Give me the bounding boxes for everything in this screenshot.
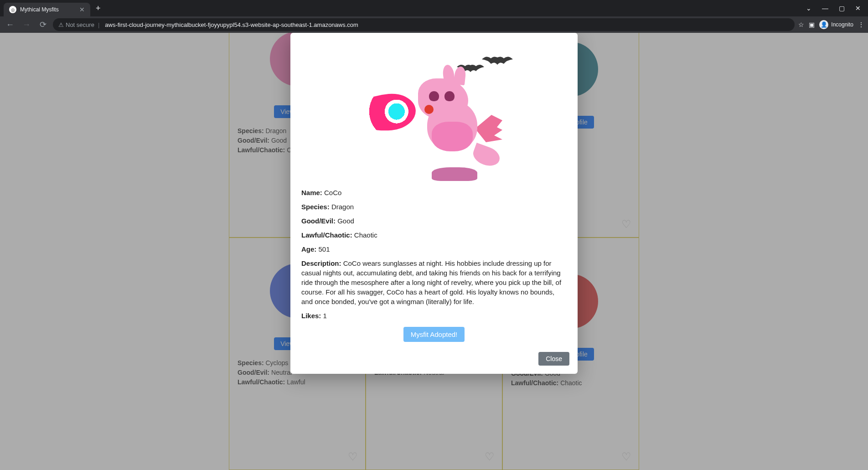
- page-viewport: View Profile Species: Dragon Good/Evil: …: [0, 33, 868, 470]
- chevron-down-icon[interactable]: ⌄: [802, 5, 815, 12]
- forward-button[interactable]: →: [20, 20, 33, 30]
- modal-image: [290, 33, 578, 179]
- new-tab-button[interactable]: +: [96, 4, 101, 13]
- modal-field-species: Species: Dragon: [301, 202, 567, 212]
- star-icon[interactable]: ☆: [798, 21, 804, 28]
- modal-field-goodevil: Good/Evil: Good: [301, 216, 567, 226]
- browser-chrome: ◎ Mythical Mysfits ✕ + ⌄ — ▢ ✕ ← → ⟳ ⚠ N…: [0, 0, 868, 33]
- modal-footer: Close: [290, 345, 578, 368]
- maximize-icon[interactable]: ▢: [835, 5, 848, 12]
- incognito-badge[interactable]: 👤 Incognito: [819, 20, 853, 29]
- modal-field-likes: Likes: 1: [301, 311, 567, 320]
- tab-bar: ◎ Mythical Mysfits ✕ + ⌄ — ▢ ✕: [0, 0, 868, 16]
- toolbar-right: ☆ ▣ 👤 Incognito ⋮: [798, 20, 864, 29]
- kebab-menu-icon[interactable]: ⋮: [858, 21, 864, 28]
- modal-field-description: Description: CoCo wears sunglasses at ni…: [301, 258, 567, 306]
- browser-tab[interactable]: ◎ Mythical Mysfits ✕: [4, 3, 90, 16]
- not-secure-label: ⚠ Not secure |: [58, 21, 101, 28]
- close-window-icon[interactable]: ✕: [852, 5, 864, 12]
- reload-button[interactable]: ⟳: [36, 20, 49, 30]
- tab-close-icon[interactable]: ✕: [79, 6, 85, 13]
- modal-field-name: Name: CoCo: [301, 188, 567, 197]
- url-field[interactable]: ⚠ Not secure | aws-first-cloud-journey-m…: [53, 18, 795, 31]
- flame-icon: [351, 92, 417, 134]
- window-controls: ⌄ — ▢ ✕: [802, 5, 864, 12]
- panel-icon[interactable]: ▣: [809, 21, 815, 28]
- close-button[interactable]: Close: [538, 352, 569, 366]
- page-background: View Profile Species: Dragon Good/Evil: …: [0, 33, 868, 470]
- modal-body: Name: CoCo Species: Dragon Good/Evil: Go…: [290, 179, 578, 345]
- tab-title: Mythical Mysfits: [20, 6, 76, 13]
- modal-field-lawful: Lawful/Chaotic: Chaotic: [301, 230, 567, 240]
- incognito-icon: 👤: [819, 20, 828, 29]
- modal-field-age: Age: 501: [301, 244, 567, 254]
- tab-favicon-icon: ◎: [9, 6, 16, 13]
- dragon-body: [418, 78, 486, 156]
- minimize-icon[interactable]: —: [819, 5, 832, 12]
- dragon-illustration: [343, 46, 525, 165]
- back-button[interactable]: ←: [4, 20, 16, 30]
- warning-icon: ⚠: [58, 21, 64, 28]
- url-text: aws-first-cloud-journey-mythicalbucket-f…: [105, 21, 358, 28]
- adopt-button[interactable]: Mysfit Adopted!: [403, 327, 465, 342]
- bat-icon: [482, 55, 513, 67]
- profile-modal: Name: CoCo Species: Dragon Good/Evil: Go…: [290, 33, 578, 374]
- address-bar: ← → ⟳ ⚠ Not secure | aws-first-cloud-jou…: [0, 16, 868, 33]
